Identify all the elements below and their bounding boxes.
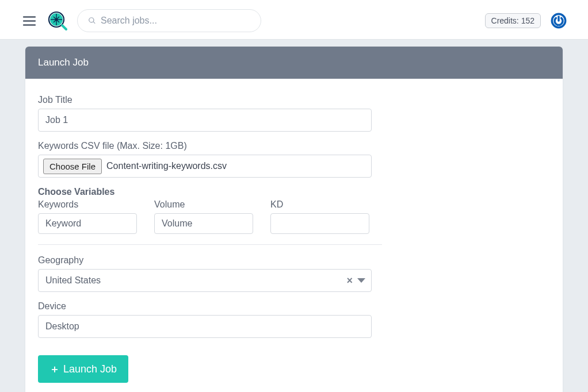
card-title: Launch Job (25, 47, 563, 79)
launch-job-button-label: Launch Job (63, 363, 117, 375)
csv-file-label: Keywords CSV file (Max. Size: 1GB) (38, 141, 550, 151)
search-input[interactable] (101, 16, 250, 26)
variables-row: Keywords Volume KD (38, 199, 550, 234)
power-icon[interactable] (550, 12, 567, 29)
app-logo[interactable] (47, 10, 68, 31)
geography-select[interactable]: United States × (38, 269, 372, 292)
keywords-var-input[interactable] (38, 213, 137, 234)
csv-file-picker[interactable]: Choose File Content-writing-keywords.csv (38, 155, 372, 178)
plus-icon: ＋ (49, 362, 60, 376)
device-label: Device (38, 301, 550, 312)
device-input[interactable] (38, 315, 372, 338)
launch-job-button[interactable]: ＋ Launch Job (38, 355, 128, 383)
divider (38, 244, 382, 245)
top-bar: Credits: 152 (0, 0, 588, 40)
chevron-down-icon[interactable] (357, 278, 365, 283)
kd-var-input[interactable] (270, 213, 369, 234)
keywords-var-label: Keywords (38, 199, 137, 210)
clear-icon[interactable]: × (345, 275, 354, 287)
credits-badge: Credits: 152 (485, 13, 541, 28)
choose-variables-label: Choose Variables (38, 187, 550, 197)
job-title-label: Job Title (38, 95, 550, 105)
volume-var-input[interactable] (154, 213, 253, 234)
menu-icon[interactable] (21, 14, 38, 28)
choose-file-button[interactable]: Choose File (43, 159, 102, 174)
svg-point-6 (55, 18, 58, 21)
launch-job-card: Launch Job Job Title Keywords CSV file (… (25, 47, 563, 392)
kd-var-label: KD (270, 199, 369, 210)
job-title-input[interactable] (38, 109, 372, 132)
volume-var-label: Volume (154, 199, 253, 210)
search-bar[interactable] (77, 9, 261, 32)
search-icon (88, 17, 96, 25)
svg-line-7 (62, 25, 66, 29)
geography-value: United States (45, 275, 101, 286)
selected-filename: Content-writing-keywords.csv (106, 161, 227, 171)
geography-label: Geography (38, 255, 550, 266)
